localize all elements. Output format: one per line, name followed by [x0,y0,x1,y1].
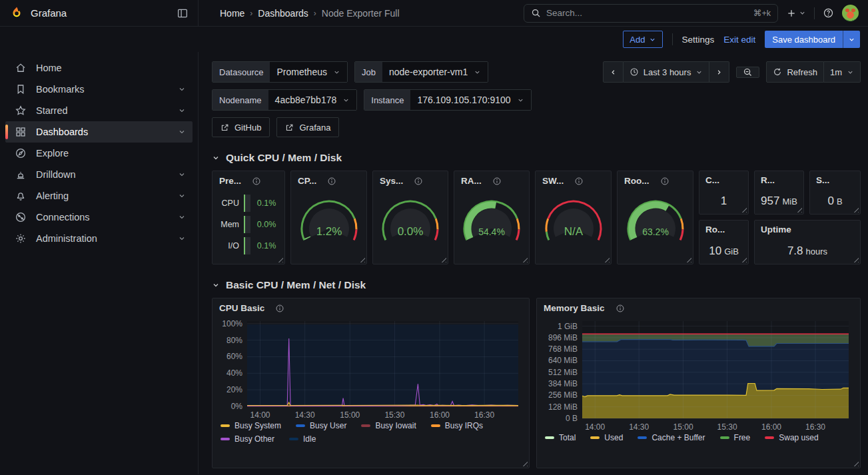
chevron-down-icon[interactable] [178,171,186,179]
breadcrumb-item[interactable]: Dashboards [258,8,308,19]
exit-edit-button[interactable]: Exit edit [723,35,755,45]
panel-resize-handle[interactable] [359,256,365,262]
info-icon[interactable] [574,177,584,186]
info-icon[interactable] [252,177,261,186]
variables-row-2: Nodename 4acb8e7bb178 Instance 176.109.1… [212,89,861,111]
chevron-down-icon [212,154,220,162]
legend-label: Busy Other [234,434,274,444]
panel-resize-handle[interactable] [522,460,528,466]
search-input[interactable]: Search... ⌘+k [524,4,778,23]
nodename-variable[interactable]: Nodename 4acb8e7bb178 [212,89,357,111]
zoom-out-time-button[interactable] [736,67,759,78]
panel-resize-handle[interactable] [440,256,446,262]
panel-resize-handle[interactable] [604,256,610,262]
svg-text:1.2%: 1.2% [316,225,342,238]
sidebar-toggle-icon[interactable] [177,7,189,19]
datasource-variable[interactable]: Datasource Prometheus [212,61,348,83]
refresh-button[interactable]: Refresh [766,61,824,83]
gauge-panel-header[interactable]: Roo... [618,171,693,189]
legend-item-used[interactable]: Used [590,433,623,442]
chevron-down-icon[interactable] [178,235,186,242]
panel-resize-handle[interactable] [277,256,283,262]
panel-title: Pre... [219,176,241,186]
legend-item-idle[interactable]: Idle [289,434,316,444]
new-menu-button[interactable] [786,8,806,19]
sidebar-item-home[interactable]: Home [5,57,193,79]
section-quick-cpu-mem-disk[interactable]: Quick CPU / Mem / Disk [212,152,861,164]
settings-button[interactable]: Settings [682,35,715,45]
sidebar-item-dashboards[interactable]: Dashboards [5,121,193,143]
add-button[interactable]: Add [623,31,662,48]
legend-item-busy-system[interactable]: Busy System [220,421,281,430]
chevron-down-icon[interactable] [178,128,186,136]
panel-resize-handle[interactable] [522,256,528,262]
chevron-down-icon[interactable] [178,192,186,200]
time-shift-forward-button[interactable] [709,61,729,83]
time-range-picker[interactable]: Last 3 hours [624,61,710,83]
instance-variable[interactable]: Instance 176.109.105.170:9100 [364,89,531,111]
memory-basic-plot[interactable]: 0 B128 MiB256 MiB384 MiB512 MiB640 MiB76… [541,317,851,432]
info-icon[interactable] [327,177,336,186]
job-variable[interactable]: Job node-exporter-vm1 [354,61,488,83]
sidebar-item-alerting[interactable]: Alerting [5,185,193,207]
dashboards-icon [15,126,27,138]
section-basic-cpu-mem-net-disk[interactable]: Basic CPU / Mem / Net / Disk [212,279,861,291]
legend-item-busy-irqs[interactable]: Busy IRQs [431,421,483,430]
legend-item-cache-buffer[interactable]: Cache + Buffer [638,433,705,442]
svg-text:14:30: 14:30 [629,422,649,432]
info-icon[interactable] [275,304,284,313]
grafana-link-button[interactable]: Grafana [276,117,339,137]
stat-number: 957 [761,195,779,207]
memory-basic-panel-header[interactable]: Memory Basic [537,298,860,316]
panel-resize-handle[interactable] [685,256,691,262]
sidebar-item-connections[interactable]: Connections [5,207,193,228]
legend-swatch [545,436,554,439]
sidebar-item-explore[interactable]: Explore [5,143,193,164]
pressure-panel-header[interactable]: Pre... [213,171,284,189]
avatar[interactable] [842,5,859,21]
bookmark-icon [15,83,27,95]
breadcrumb-item[interactable]: Home [220,8,244,19]
gauge-panel-header[interactable]: Sys... [373,171,448,189]
gauge: 1.2% [291,189,366,255]
sidebar-item-administration[interactable]: Administration [5,228,193,249]
info-icon[interactable] [616,304,625,313]
sidebar-item-drilldown[interactable]: Drilldown [5,164,193,185]
refresh-interval-picker[interactable]: 1m [824,61,861,83]
sidebar-item-bookmarks[interactable]: Bookmarks [5,79,193,100]
chevron-down-icon[interactable] [178,213,186,221]
cpu-basic-panel-header[interactable]: CPU Basic [213,298,529,316]
panel-resize-handle[interactable] [853,460,859,466]
legend-item-busy-user[interactable]: Busy User [296,421,346,430]
legend-item-busy-iowait[interactable]: Busy Iowait [361,421,416,430]
legend-item-total[interactable]: Total [545,433,576,442]
info-icon[interactable] [492,177,502,186]
chevron-down-icon[interactable] [178,107,186,115]
stat-panel-header[interactable]: S... [810,171,860,185]
gauge-panel-header[interactable]: RA... [454,171,529,189]
stat-panel-header[interactable]: Uptime [755,221,860,235]
legend-item-free[interactable]: Free [720,433,751,442]
gauge-panel-header[interactable]: CP... [291,171,366,189]
info-icon[interactable] [660,177,669,186]
save-dashboard-button[interactable]: Save dashboard [765,31,860,48]
help-icon[interactable] [823,7,834,19]
svg-text:1 GiB: 1 GiB [558,322,578,331]
github-link-button[interactable]: GitHub [212,117,270,137]
cpu-basic-plot[interactable]: 0%20%40%60%80%100%14:0014:3015:0015:3016… [217,317,521,420]
stat-panel-header[interactable]: R... [755,171,803,185]
stat-panel-header[interactable]: Ro... [699,221,748,235]
stat-panel-header[interactable]: C... [699,171,748,185]
sidebar-item-starred[interactable]: Starred [5,100,193,121]
chevron-down-icon [517,97,524,104]
chevron-down-icon [333,69,340,76]
legend-label: Busy System [234,421,281,430]
legend-item-busy-other[interactable]: Busy Other [220,434,274,444]
legend-item-swap-used[interactable]: Swap used [765,433,818,442]
save-options-caret[interactable] [843,31,860,48]
chevron-down-icon[interactable] [178,85,186,93]
time-shift-back-button[interactable] [603,61,624,83]
gauge-panel-header[interactable]: SW... [536,171,611,189]
grafana-logo-icon[interactable] [9,6,24,21]
info-icon[interactable] [414,177,423,186]
